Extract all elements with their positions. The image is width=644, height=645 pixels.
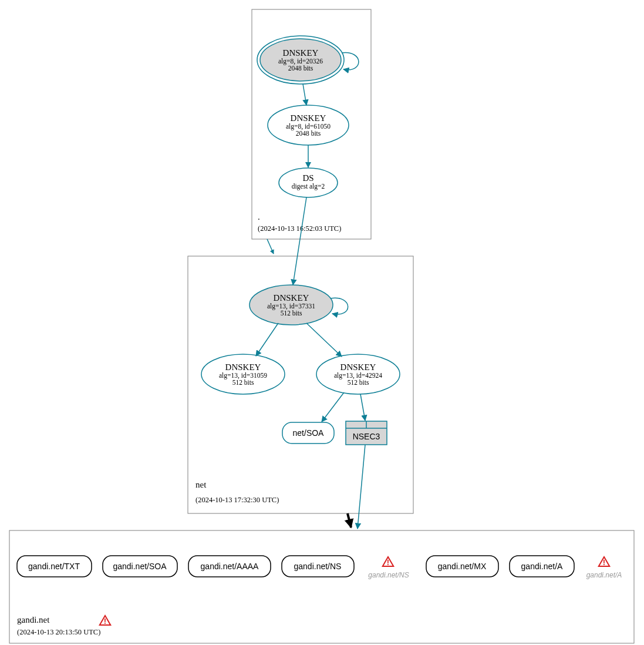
zone-net-ts: (2024-10-13 17:32:30 UTC) bbox=[195, 496, 279, 504]
node-net-zsk1: DNSKEY alg=13, id=31059 512 bits bbox=[201, 354, 285, 394]
record-soa: gandi.net/SOA bbox=[103, 556, 177, 577]
record-aaaa: gandi.net/AAAA bbox=[188, 556, 271, 577]
svg-text:!: ! bbox=[387, 558, 389, 567]
edge-ds-netksk bbox=[293, 197, 306, 285]
node-root-ksk: DNSKEY alg=8, id=20326 2048 bits bbox=[257, 36, 344, 84]
net-zsk1-title: DNSKEY bbox=[225, 362, 261, 372]
zone-gandi-warn-icon: ! bbox=[99, 614, 112, 626]
net-zsk2-title: DNSKEY bbox=[340, 362, 376, 372]
zone-net-label: net bbox=[195, 480, 207, 489]
edge-zsk2-soa bbox=[322, 392, 344, 422]
edge-root-ksk-zsk bbox=[303, 84, 306, 105]
record-ns: gandi.net/NS bbox=[282, 556, 354, 577]
root-ksk-line3: 2048 bits bbox=[288, 65, 313, 72]
edge-root-net-deleg bbox=[267, 239, 274, 254]
svg-text:!: ! bbox=[603, 558, 605, 567]
svg-text:gandi.net/AAAA: gandi.net/AAAA bbox=[201, 562, 259, 571]
node-net-soa: net/SOA bbox=[282, 422, 334, 444]
edge-netksk-zsk1 bbox=[256, 323, 278, 356]
svg-text:gandi.net/NS: gandi.net/NS bbox=[368, 571, 409, 579]
svg-text:gandi.net/MX: gandi.net/MX bbox=[438, 562, 487, 571]
record-txt: gandi.net/TXT bbox=[17, 556, 92, 577]
node-net-nsec3: NSEC3 bbox=[346, 421, 387, 445]
zone-gandi-label: gandi.net bbox=[17, 615, 50, 624]
root-ksk-title: DNSKEY bbox=[283, 48, 319, 58]
net-ksk-title: DNSKEY bbox=[274, 293, 309, 303]
svg-text:gandi.net/NS: gandi.net/NS bbox=[294, 562, 342, 571]
net-nsec3-label: NSEC3 bbox=[353, 432, 380, 441]
node-root-ds: DS digest alg=2 bbox=[279, 168, 338, 197]
record-mx: gandi.net/MX bbox=[426, 556, 498, 577]
edge-net-gandi-deleg bbox=[348, 513, 351, 528]
net-zsk1-line3: 512 bits bbox=[232, 379, 254, 386]
node-root-zsk: DNSKEY alg=8, id=61050 2048 bits bbox=[268, 105, 349, 145]
root-ds-line2: digest alg=2 bbox=[292, 183, 325, 190]
zone-gandi-ts: (2024-10-13 20:13:50 UTC) bbox=[17, 628, 100, 636]
svg-text:gandi.net/A: gandi.net/A bbox=[586, 571, 622, 579]
edge-nsec3-gandi-teal bbox=[358, 445, 365, 529]
svg-text:gandi.net/TXT: gandi.net/TXT bbox=[28, 562, 80, 571]
zone-root-ts: (2024-10-13 16:52:03 UTC) bbox=[258, 224, 341, 233]
net-soa-label: net/SOA bbox=[293, 428, 325, 438]
dnssec-diagram: DNSKEY alg=8, id=20326 2048 bits DNSKEY … bbox=[0, 0, 644, 645]
edge-netksk-zsk2 bbox=[306, 323, 342, 357]
zone-root-label: . bbox=[258, 212, 260, 221]
node-net-zsk2: DNSKEY alg=13, id=42924 512 bits bbox=[316, 354, 400, 394]
zone-gandi-box bbox=[9, 530, 634, 643]
svg-text:!: ! bbox=[104, 617, 106, 626]
record-ns-warn: ! gandi.net/NS bbox=[368, 556, 409, 579]
svg-text:gandi.net/A: gandi.net/A bbox=[521, 562, 563, 571]
root-zsk-line3: 2048 bits bbox=[296, 130, 321, 137]
svg-text:gandi.net/SOA: gandi.net/SOA bbox=[113, 562, 167, 571]
node-net-ksk: DNSKEY alg=13, id=37331 512 bits bbox=[249, 285, 333, 325]
root-ds-title: DS bbox=[302, 173, 313, 183]
record-a-warn: ! gandi.net/A bbox=[586, 556, 622, 579]
net-ksk-line3: 512 bits bbox=[281, 310, 302, 317]
root-zsk-title: DNSKEY bbox=[291, 113, 326, 123]
record-a: gandi.net/A bbox=[510, 556, 574, 577]
edge-zsk2-nsec3 bbox=[360, 394, 365, 421]
net-zsk2-line3: 512 bits bbox=[348, 379, 369, 386]
